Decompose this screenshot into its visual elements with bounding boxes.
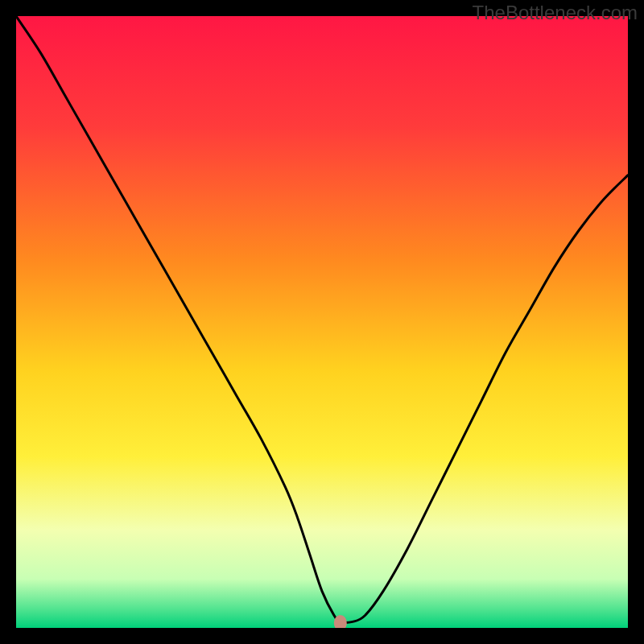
gradient-background — [16, 16, 628, 628]
chart-svg — [16, 16, 628, 628]
plot-area — [16, 16, 628, 628]
chart-frame: TheBottleneck.com — [0, 0, 644, 644]
watermark-text: TheBottleneck.com — [473, 2, 638, 24]
